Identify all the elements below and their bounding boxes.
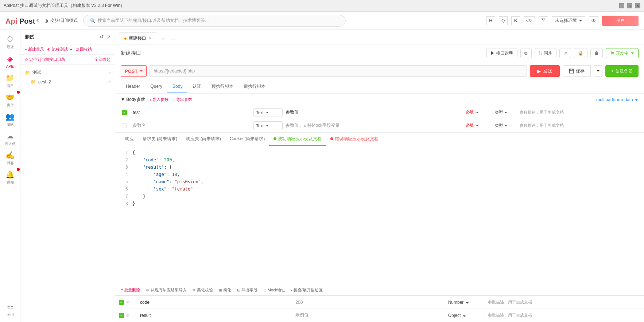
param-value-1[interactable]: 参数值 [283,109,465,115]
delete-btn[interactable]: 🗑 [590,48,603,58]
refresh-icon[interactable]: ↺ [100,34,104,40]
resp-check-2[interactable]: ✓ [119,313,124,318]
global-search[interactable]: 🔍 搜索当前团队下的项目/接口/以及帮助文档、技术博客等... [83,15,346,27]
batch-delete-btn[interactable]: ≡ 批量删除 [121,287,140,293]
resp-name-2[interactable]: result [137,313,292,318]
sidebar-item-apis[interactable]: ◈ APIs [1,53,19,70]
b-button[interactable]: B [511,16,520,25]
maximize-button[interactable]: □ [627,3,632,8]
import-resp-btn[interactable]: ⊕ 从现有响应结果导入 [146,287,186,293]
trash-btn[interactable]: ⊡ 回收站 [75,47,92,52]
app-title: ApiPost 接口调试与文档管理工具（构建版本 V3.2.3 For Win） [4,3,125,9]
beautify-btn[interactable]: ✏ 美化校验 [193,287,213,293]
export-field-btn[interactable]: ⊡ 导出字段 [237,287,257,293]
resp-tab-response[interactable]: 响应 [121,133,138,146]
share-btn[interactable]: ↗ [559,48,571,58]
fold-btn[interactable]: - 折叠/展开描述区 [291,287,323,293]
tab-more-btn[interactable]: ··· [169,34,179,44]
param-desc-2[interactable]: 参数描述，用于生成文档 [517,123,640,128]
close-button[interactable]: ✕ [635,3,640,8]
sidebar-item-app[interactable]: ⚏ 应用 [1,301,19,318]
tab-post-script[interactable]: 后执行脚本 [238,80,271,93]
resp-value-2[interactable]: 示例值 [292,312,448,318]
create-icon: + [611,68,614,74]
code-button[interactable]: </> [524,16,535,25]
eye-button[interactable]: 👁 [589,16,598,25]
h-button[interactable]: H [486,16,495,25]
resp-tab-req-fail[interactable]: 请求失 (尚未请求) [138,133,182,146]
resp-value-1[interactable]: 200 [292,300,448,305]
tree-item-arrow[interactable]: > [108,71,110,75]
resp-check-1[interactable]: ✓ [119,300,124,305]
method-select[interactable]: POST [121,65,147,77]
param-checkbox-2[interactable] [119,123,130,128]
user-avatar[interactable]: 用户 [602,16,639,26]
sync-btn[interactable]: ⇅ 同步 [535,48,556,58]
checkbox-unchecked-2[interactable] [122,123,127,128]
save-btn[interactable]: 💾 保存 [563,65,591,77]
tab-add-btn[interactable]: + [158,34,168,44]
send-btn[interactable]: ▶ 发送 [530,65,560,77]
resp-drag-1[interactable]: ≡ [126,300,129,305]
q-button[interactable]: Q [499,16,508,25]
sidebar-item-team[interactable]: 👥 团队 [1,111,19,128]
data-type-select[interactable]: multipart/form-data ▼ [596,97,639,102]
sidebar-item-recent[interactable]: ⏱ 最近 [1,34,19,51]
type-select-1[interactable]: Text [253,108,283,117]
collab-badge [17,91,20,94]
resp-name-1[interactable]: code [137,300,292,305]
param-row-1: ✓ test Text 参数值 必填 [115,106,644,119]
tree-item-ceshi2[interactable]: 📁 ceshi2 ··· > [20,78,115,86]
url-input[interactable] [150,65,527,77]
resp-desc-1[interactable]: 参数描述，用于生成文档 [485,299,640,305]
lock-btn[interactable]: 🔒 [574,48,587,58]
param-checkbox-1[interactable]: ✓ [119,110,130,115]
doc-btn[interactable]: ▶ 接口说明 [486,48,517,58]
share-icon[interactable]: ↗ [106,34,110,40]
tab-pre-script[interactable]: 预执行脚本 [206,80,238,93]
minimize-button[interactable]: — [619,3,624,8]
resp-tab-success[interactable]: 成功响应应示例及文档 [269,133,326,146]
tree-item-arrow-2[interactable]: > [108,80,110,84]
resp-desc-2[interactable]: 参数描述，用于生成文档 [485,313,640,318]
resp-tab-resp-fail[interactable]: 响应失 (尚未请求) [182,133,225,146]
tab-body[interactable]: Body [167,80,187,93]
dev-status-btn[interactable]: ⚑ 开发中 [606,48,639,58]
sidebar-item-project[interactable]: 📁 项目 [1,72,19,90]
copy-btn[interactable]: ⧉ [520,48,532,58]
param-name-1[interactable]: test [130,110,253,115]
mock-url-btn[interactable]: ⊙ Mock地址 [263,287,285,293]
export-params-btn[interactable]: ↓ 导出参数 [173,97,192,102]
sidebar-item-blog[interactable]: ✍ 博客 [1,149,19,167]
param-value-2[interactable]: 参数值，支持Mock字段变量 [283,122,465,129]
type-select-2[interactable]: Text [253,121,283,130]
param-name-2[interactable]: 参数名 [130,122,253,129]
simplify-btn[interactable]: ⊞ 简化 [219,287,231,293]
env-select[interactable]: 未选择环境 [552,16,585,25]
locate-api-btn[interactable]: ⊙ 定位到当前接口目录 [25,57,65,62]
tab-auth[interactable]: 认证 [187,80,206,93]
resp-tab-cookie[interactable]: Cookie (尚未请求) [225,133,269,146]
tab-new-api[interactable]: 新建接口 ✕ [119,32,157,44]
to-button[interactable]: 至 [539,16,548,25]
tree-item-more-2[interactable]: ··· [104,80,107,84]
new-dir-btn[interactable]: + 新建目录 [25,47,44,52]
skin-toggle[interactable]: ◑ 皮肤/日间模式 [44,17,77,24]
tree-item-more[interactable]: ··· [104,71,107,75]
save-dropdown-btn[interactable] [594,65,602,77]
import-params-btn[interactable]: ↑ 导入参数 [150,97,169,102]
sidebar-item-courier[interactable]: ☁ 云大使 [1,130,19,148]
checkbox-checked-1[interactable]: ✓ [122,110,127,115]
tab-query[interactable]: Query [145,80,167,93]
flow-test-btn[interactable]: ⊕ 流程测试 [47,47,72,52]
param-desc-1[interactable]: 参数描述，用于生成文档 [517,110,640,115]
resp-tab-error[interactable]: 错误响应应示例及文档 [326,133,383,146]
sidebar-item-collab[interactable]: 🤝 协作 [1,91,19,109]
sidebar-item-notify[interactable]: 🔔 通知 [1,169,19,186]
tab-header[interactable]: Header [121,80,145,93]
resp-drag-2[interactable]: ≡ [126,313,129,318]
tree-item-ceshi[interactable]: 📁 测试 ··· > [20,68,115,78]
collapse-all-btn[interactable]: 全部收起 [94,57,110,62]
tab-close-btn[interactable]: ✕ [148,36,152,41]
create-backup-btn[interactable]: + 创建备份 [605,65,639,77]
